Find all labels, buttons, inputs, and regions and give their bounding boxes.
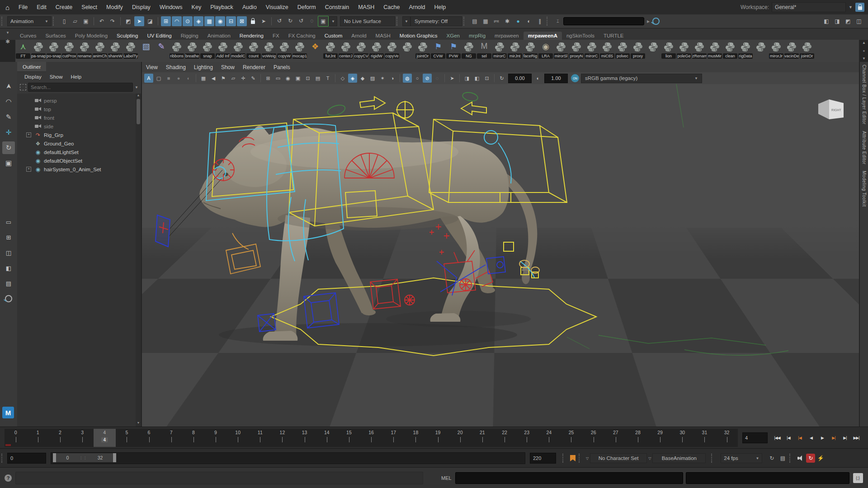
play-forwards-button[interactable]: ▶ <box>817 433 827 443</box>
icon-highlight-selection-mode-icon[interactable]: ➤ <box>259 16 269 26</box>
go-to-start-button[interactable]: |◀◀ <box>772 433 782 443</box>
pause-viewport-icon[interactable]: ∥ <box>535 16 545 26</box>
timeline-frame-27[interactable]: 27 <box>604 429 627 447</box>
timeline-frame-19[interactable]: 19 <box>427 429 449 447</box>
xray-icon[interactable]: ◆ <box>358 74 367 83</box>
shelf-tab-ngskintools[interactable]: ngSkinTools <box>562 32 599 40</box>
view-cube[interactable]: RIGHT <box>818 99 844 119</box>
icon-redo-icon[interactable]: ↷ <box>108 16 118 26</box>
menu-deform[interactable]: Deform <box>293 4 321 10</box>
live-surface-field[interactable]: No Live Surface <box>340 16 395 26</box>
menu-help[interactable]: Help <box>430 4 451 10</box>
grid-toggle-icon[interactable]: ⊞ <box>264 74 273 83</box>
outliner-item-side[interactable]: side <box>17 122 136 131</box>
play-backwards-button[interactable]: ◀ <box>806 433 816 443</box>
drag-handle[interactable] <box>396 17 400 26</box>
shelf-scroll-up-icon[interactable]: ▲ <box>862 41 866 45</box>
shelf-button-voweig[interactable]: voWeig <box>261 41 277 61</box>
timeline-frame-4[interactable]: 44 <box>94 429 116 447</box>
timeline-frame-7[interactable]: 7 <box>160 429 182 447</box>
light-display-icon[interactable]: ◐ <box>184 74 193 83</box>
layout-hypergraph[interactable]: ▤ <box>2 277 15 290</box>
layout-outliner-persp[interactable]: ◧ <box>2 262 15 274</box>
field-chart-icon[interactable]: ⊡ <box>303 74 312 83</box>
outliner-tab[interactable]: Outliner <box>17 62 46 72</box>
shaded-display-icon[interactable]: ■ <box>164 74 173 83</box>
icon-save-scene-icon[interactable]: ▣ <box>81 16 91 26</box>
shelf-button-paint-weights[interactable]: ✎ <box>154 41 169 61</box>
shelf-tab-fx[interactable]: FX <box>268 32 284 40</box>
range-slider-track[interactable]: 0 ⋮⋮ 32 <box>51 452 525 464</box>
icon-new-scene-icon[interactable]: ▯ <box>59 16 69 26</box>
shelf-button-add-inf[interactable]: Add Inf <box>215 41 231 61</box>
animation-layer-dropdown[interactable]: BaseAnimation <box>652 453 706 463</box>
scroll-up-icon[interactable]: ▲ <box>137 94 140 99</box>
shelf-button-snap[interactable]: snap <box>200 41 215 61</box>
snapshot-a-icon[interactable]: ◨ <box>462 74 472 83</box>
shelf-tab-arnold[interactable]: Arnold <box>347 32 371 40</box>
timeline-frame-26[interactable]: 26 <box>582 429 604 447</box>
viewport-select-icon[interactable]: ➤ <box>448 74 457 83</box>
chevron-down-icon[interactable]: ▼ <box>849 5 853 9</box>
isolate-select-icon[interactable]: ◇ <box>338 74 347 83</box>
shelf-button-mictls[interactable]: miCtlS <box>599 41 615 61</box>
shelf-button-vacinde[interactable]: vacinDe <box>784 41 799 61</box>
viewport-menu-renderer[interactable]: Renderer <box>239 64 269 70</box>
range-slider-bar-handle[interactable]: 0 ⋮⋮ 32 <box>53 453 116 462</box>
shelf-button-empty[interactable] <box>646 41 661 61</box>
scrollbar-thumb[interactable] <box>137 99 140 124</box>
timeline-frame-12[interactable]: 12 <box>271 429 293 447</box>
icon-construction-history-b-icon[interactable]: ↻ <box>285 16 295 26</box>
grease-pencil-icon[interactable]: ✎ <box>249 74 258 83</box>
outliner-item-defaultobjectset[interactable]: ◉defaultObjectSet <box>17 156 136 165</box>
icon-lookdev-sphere-icon[interactable]: ◐ <box>524 16 534 26</box>
timeline-frame-22[interactable]: 22 <box>493 429 515 447</box>
hw-texturing-icon[interactable]: ◈ <box>348 74 357 83</box>
timeline-frame-2[interactable]: 2 <box>49 429 71 447</box>
drag-handle[interactable] <box>463 17 467 26</box>
image-plane-icon[interactable]: ▱ <box>229 74 238 83</box>
depth-of-field-icon[interactable]: ◌ <box>433 74 442 83</box>
timeline-frame-5[interactable]: 5 <box>116 429 138 447</box>
layout-split[interactable]: ◫ <box>2 246 15 259</box>
bookmark-add-icon[interactable] <box>570 455 576 461</box>
icon-lock-selection-icon[interactable] <box>248 16 258 26</box>
timeline-frame-21[interactable]: 21 <box>471 429 493 447</box>
shelf-button-orange-diamond[interactable]: ❖ <box>307 41 323 61</box>
chevron-down-icon[interactable]: ▼ <box>402 16 410 26</box>
shelf-button-copyw[interactable]: copyW <box>277 41 292 61</box>
auto-keyframe-icon[interactable]: ↻ <box>806 454 815 463</box>
step-forward-frame-button[interactable]: ▶| <box>840 433 850 443</box>
shelf-button-sel[interactable]: Msel <box>476 41 492 61</box>
icon-ipr-render-icon[interactable]: IPR <box>491 16 501 26</box>
icon-toggle-left-panels-icon[interactable]: ◧ <box>821 16 831 26</box>
menu-arnold[interactable]: Arnold <box>404 4 429 10</box>
shelf-button-pa-snap[interactable]: pa-snap <box>31 41 46 61</box>
shelf-button-proxyn[interactable]: proxyN <box>569 41 584 61</box>
shelf-button-lra[interactable]: ◉LRA <box>538 41 553 61</box>
shelf-tab-turtle[interactable]: TURTLE <box>599 32 628 40</box>
shelf-button-mirorc[interactable]: mirorC <box>584 41 599 61</box>
default-lighting-icon[interactable]: ✶ <box>378 74 387 83</box>
shelf-tab-rendering[interactable]: Rendering <box>235 32 268 40</box>
gamma-field[interactable] <box>544 74 568 83</box>
layout-single-pane[interactable]: ▭ <box>2 216 15 228</box>
shelf-tab-motion-graphics[interactable]: Motion Graphics <box>395 32 442 40</box>
icon-snap-to-grid-icon[interactable]: ⊞ <box>161 16 171 26</box>
shelf-tab-custom[interactable]: Custom <box>320 32 347 40</box>
icon-toggle-right-panels-icon[interactable]: ◨ <box>832 16 842 26</box>
animation-start-field[interactable] <box>7 453 46 464</box>
shelf-tab-mrprig[interactable]: mrpRig <box>464 32 490 40</box>
shelf-button-rigdata[interactable]: rigData <box>738 41 753 61</box>
home-icon[interactable]: ⌂ <box>0 4 14 11</box>
shelf-button-copycv[interactable]: copyCV <box>354 41 369 61</box>
character-set-dropdown[interactable]: No Character Set <box>590 453 647 463</box>
color-management-toggle[interactable]: ON <box>571 74 579 82</box>
workspace-lock-icon[interactable] <box>855 3 864 12</box>
wireframe-display-icon[interactable]: ▢ <box>154 74 163 83</box>
icon-output-connections-icon[interactable]: ⊠ <box>237 16 247 26</box>
shelf-tab-curves[interactable]: Curves <box>15 32 41 40</box>
timeline-frame-15[interactable]: 15 <box>338 429 360 447</box>
shelf-button-copyve[interactable]: copyVe <box>384 41 400 61</box>
shelf-tab-fx-caching[interactable]: FX Caching <box>284 32 320 40</box>
